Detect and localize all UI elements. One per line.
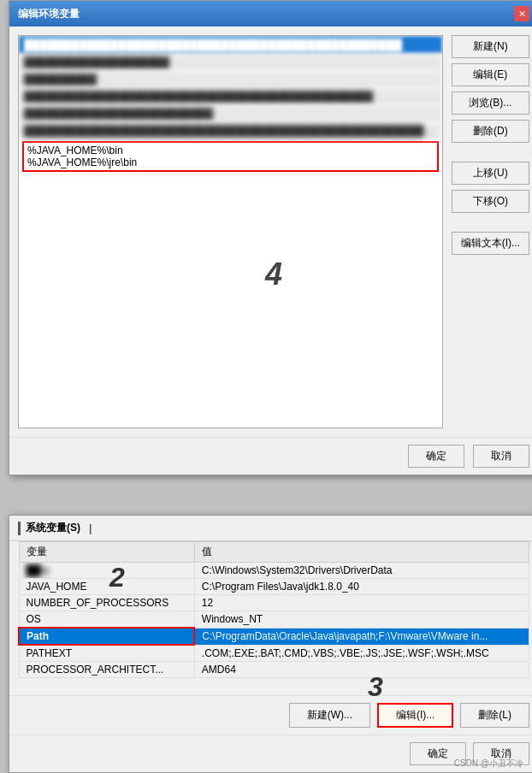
table-row[interactable]: OS Windows_NT <box>19 611 529 628</box>
list-item[interactable]: ██████████ <box>19 71 442 88</box>
list-item[interactable]: ████████████████████████████████████████… <box>19 36 442 54</box>
var-name-path: Path <box>19 628 194 645</box>
new-w-button[interactable]: 新建(W)... <box>289 703 370 728</box>
table-row[interactable]: NUMBER_OF_PROCESSORS 12 <box>19 595 529 611</box>
system-vars-panel: 系统变量(S) | 变量 值 ██ta C:\Windows\System32\… <box>9 515 532 773</box>
cancel-button[interactable]: 取消 <box>473 445 529 468</box>
list-item-empty[interactable] <box>19 242 442 259</box>
new-button[interactable]: 新建(N) <box>452 35 529 58</box>
col-header-var: 变量 <box>19 542 194 563</box>
list-item-empty[interactable] <box>19 276 442 293</box>
annotation-3: 3 <box>368 671 383 703</box>
edit-text-button[interactable]: 编辑文本(I)... <box>452 232 529 255</box>
panel-footer: 新建(W)... 编辑(I)... 删除(L) <box>9 695 532 735</box>
list-item-empty[interactable] <box>19 191 442 208</box>
browse-button[interactable]: 浏览(B)... <box>452 91 529 115</box>
dialog-footer: 确定 取消 <box>9 437 532 475</box>
list-item[interactable]: ████████████████████ <box>19 54 442 71</box>
var-val: .COM;.EXE;.BAT;.CMD;.VBS;.VBE;.JS;.JSE;.… <box>194 645 529 662</box>
list-item-java-bin: %JAVA_HOME%\bin <box>27 145 434 156</box>
list-item-java-jrebin: %JAVA_HOME%\jre\bin <box>27 156 434 168</box>
table-row[interactable]: ██ta C:\Windows\System32\Drivers\DriverD… <box>19 563 529 579</box>
var-val-path: C:\ProgramData\Oracle\Java\javapath;F:\V… <box>194 628 529 645</box>
list-item[interactable]: ██████████████████████████ <box>19 105 442 122</box>
up-button[interactable]: 上移(U) <box>452 162 529 185</box>
section-header: 系统变量(S) | <box>9 516 532 541</box>
path-row[interactable]: Path C:\ProgramData\Oracle\Java\javapath… <box>19 628 529 645</box>
list-item[interactable]: ████████████████████████████████████████… <box>19 88 442 105</box>
table-row[interactable]: JAVA_HOME C:\Program Files\Java\jdk1.8.0… <box>19 579 529 595</box>
table-row[interactable]: PATHEXT .COM;.EXE;.BAT;.CMD;.VBS;.VBE;.J… <box>19 645 529 662</box>
var-name: NUMBER_OF_PROCESSORS <box>19 595 194 611</box>
list-item-empty[interactable] <box>19 174 442 191</box>
list-item-empty[interactable] <box>19 225 442 242</box>
list-item-empty[interactable] <box>19 208 442 225</box>
section-cursor: | <box>89 522 92 534</box>
var-name: OS <box>19 611 194 628</box>
delete-button[interactable]: 删除(D) <box>452 120 529 143</box>
var-name: JAVA_HOME <box>19 579 194 595</box>
java-home-bin-item[interactable]: %JAVA_HOME%\bin %JAVA_HOME%\jre\bin <box>22 141 439 172</box>
col-header-val: 值 <box>194 542 529 563</box>
edit-i-button[interactable]: 编辑(I)... <box>377 703 453 728</box>
watermark: CSDN @小丑不冷 <box>454 758 523 770</box>
annotation-2: 2 <box>109 562 125 593</box>
annotation-4: 4 <box>265 257 282 292</box>
var-name: ██ta <box>19 563 194 579</box>
dialog-titlebar: 编辑环境变量 ✕ <box>9 1 532 27</box>
system-vars-table: 变量 值 ██ta C:\Windows\System32\Drivers\Dr… <box>18 541 529 678</box>
var-val: C:\Program Files\Java\jdk1.8.0_40 <box>194 579 529 595</box>
delete-l-button[interactable]: 删除(L) <box>460 703 529 728</box>
dialog-title: 编辑环境变量 <box>18 7 80 21</box>
list-item[interactable]: ████████████████████████████████████████… <box>19 122 442 139</box>
env-list[interactable]: ████████████████████████████████████████… <box>18 35 443 428</box>
var-val: C:\Windows\System32\Drivers\DriverData <box>194 563 529 579</box>
var-val: Windows_NT <box>194 611 529 628</box>
var-name: PATHEXT <box>19 645 194 662</box>
down-button[interactable]: 下移(O) <box>452 190 529 213</box>
close-button[interactable]: ✕ <box>514 6 529 21</box>
dialog-body: ████████████████████████████████████████… <box>9 27 532 437</box>
var-val: 12 <box>194 595 529 611</box>
list-item-empty[interactable] <box>19 259 442 276</box>
edit-env-dialog: 编辑环境变量 ✕ ███████████████████████████████… <box>9 0 532 475</box>
buttons-column: 新建(N) 编辑(E) 浏览(B)... 删除(D) 上移(U) 下移(O) 编… <box>452 35 529 428</box>
section-title: 系统变量(S) <box>26 521 80 535</box>
confirm-button[interactable]: 确定 <box>408 445 464 468</box>
var-val: AMD64 <box>194 662 529 678</box>
system-vars-table-wrapper[interactable]: 变量 值 ██ta C:\Windows\System32\Drivers\Dr… <box>9 541 532 695</box>
var-name: PROCESSOR_ARCHITECT... <box>19 662 194 678</box>
table-row[interactable]: PROCESSOR_ARCHITECT... AMD64 <box>19 662 529 678</box>
edit-button[interactable]: 编辑(E) <box>452 63 529 86</box>
section-bar <box>18 522 21 535</box>
